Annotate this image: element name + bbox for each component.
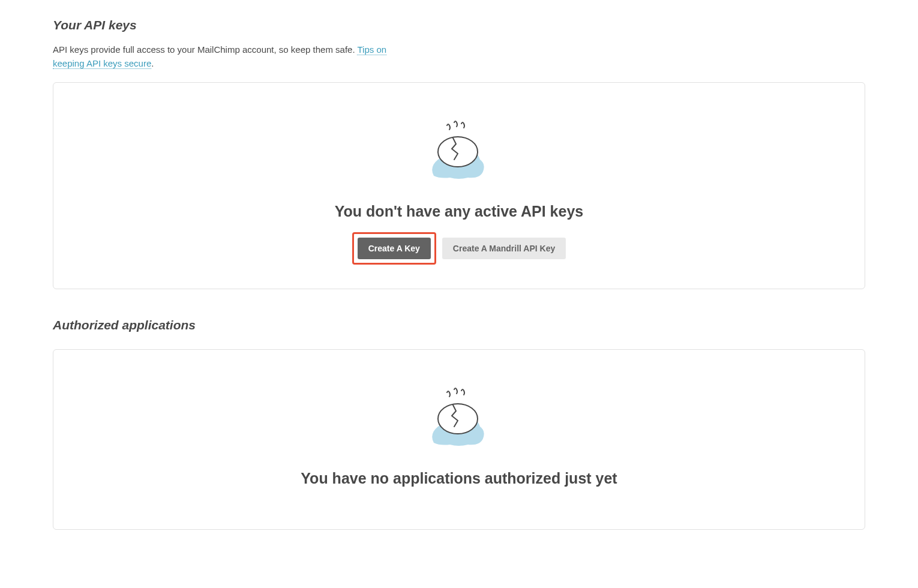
- api-keys-description-suffix: .: [151, 58, 154, 68]
- api-keys-section-title: Your API keys: [53, 18, 865, 32]
- svg-point-0: [438, 137, 478, 167]
- api-keys-description: API keys provide full access to your Mai…: [53, 43, 401, 70]
- api-keys-description-text: API keys provide full access to your Mai…: [53, 44, 357, 55]
- cracked-egg-icon: [423, 386, 495, 452]
- create-key-button[interactable]: Create A Key: [358, 238, 431, 259]
- cracked-egg-icon: [423, 119, 495, 185]
- svg-point-1: [438, 404, 478, 434]
- authorized-apps-empty-card: You have no applications authorized just…: [53, 349, 865, 530]
- create-mandrill-key-button[interactable]: Create A Mandrill API Key: [442, 238, 566, 259]
- api-keys-empty-message: You don't have any active API keys: [77, 203, 841, 220]
- api-keys-empty-card: You don't have any active API keys Creat…: [53, 82, 865, 289]
- authorized-apps-empty-message: You have no applications authorized just…: [77, 470, 841, 487]
- create-key-highlight: Create A Key: [352, 232, 436, 265]
- api-keys-button-row: Create A Key Create A Mandrill API Key: [77, 232, 841, 265]
- authorized-apps-section-title: Authorized applications: [53, 318, 865, 332]
